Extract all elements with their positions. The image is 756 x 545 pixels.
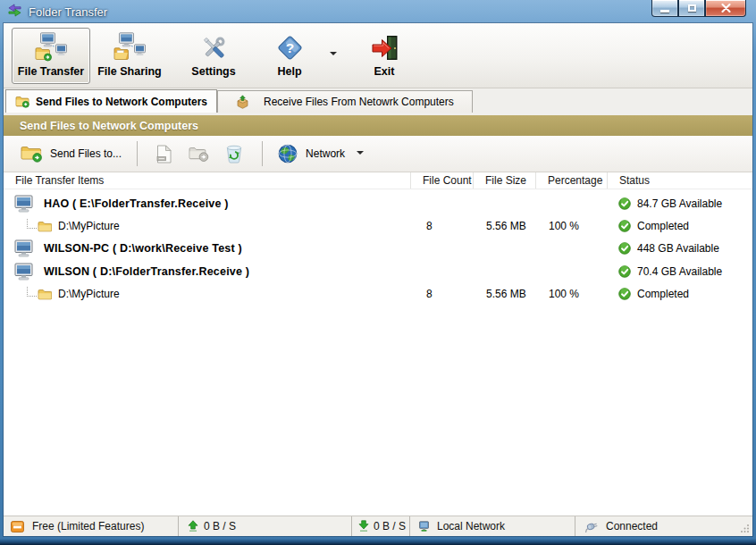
plug-icon xyxy=(584,521,599,532)
minimize-button[interactable] xyxy=(651,0,678,17)
table-row[interactable]: HAO ( E:\FolderTransfer.Receive ) 84.7 G… xyxy=(4,192,752,215)
local-network-section: Local Network xyxy=(410,516,575,536)
refresh-recycle-button[interactable] xyxy=(217,141,251,166)
app-window: Folder Transfer xyxy=(0,0,756,545)
network-globe-icon xyxy=(278,144,298,164)
toolbar-separator xyxy=(262,141,263,166)
file-transfer-icon xyxy=(35,32,67,62)
download-speed-section: 0 B / S xyxy=(352,516,410,536)
computer-name: WILSON ( D:\FolderTransfer.Receive ) xyxy=(44,265,249,278)
exit-button[interactable]: Exit xyxy=(355,28,414,84)
column-file-transfer-items[interactable]: File Transfer Items xyxy=(4,172,410,189)
file-sharing-label: File Sharing xyxy=(97,65,162,78)
file-count-value: 8 xyxy=(410,220,473,232)
maximize-button[interactable] xyxy=(678,0,705,17)
remove-file-icon xyxy=(156,145,172,164)
table-row[interactable]: D:\MyPicture 8 5.56 MB 100 % Completed xyxy=(4,215,752,237)
remove-file-button[interactable] xyxy=(148,142,181,166)
tab-send-files[interactable]: Send Files to Network Computers xyxy=(5,89,217,113)
check-icon xyxy=(618,197,631,210)
send-files-to-button[interactable]: Send Files to... xyxy=(16,143,126,165)
check-icon xyxy=(618,265,631,278)
computer-icon xyxy=(14,195,35,213)
percentage-value: 100 % xyxy=(535,288,607,300)
tab-send-label: Send Files to Network Computers xyxy=(36,96,207,108)
computer-name: WILSON-PC ( D:\work\Receive Test ) xyxy=(44,242,242,255)
titlebar: Folder Transfer xyxy=(0,0,756,23)
action-toolbar: Send Files to... xyxy=(4,136,752,172)
folder-path: D:\MyPicture xyxy=(58,288,120,300)
check-icon xyxy=(618,242,631,255)
close-icon xyxy=(721,4,731,13)
table-header: File Transfer Items File Count File Size… xyxy=(4,172,752,189)
file-sharing-button[interactable]: File Sharing xyxy=(90,28,169,84)
help-icon: ? xyxy=(276,34,304,62)
window-title: Folder Transfer xyxy=(29,5,107,19)
status-text: Completed xyxy=(637,288,689,300)
license-section: Free (Limited Features) xyxy=(4,516,179,536)
minimize-icon xyxy=(660,10,669,13)
file-size-value: 5.56 MB xyxy=(473,288,535,300)
window-bottom-edge xyxy=(0,539,756,545)
upload-speed-text: 0 B / S xyxy=(204,520,236,532)
network-caret-icon xyxy=(357,151,364,158)
folder-path: D:\MyPicture xyxy=(58,220,120,232)
tab-receive-files[interactable]: Receive Files From Netowrk Computers xyxy=(217,90,473,113)
exit-icon xyxy=(371,35,399,62)
check-icon xyxy=(618,288,631,300)
tab-receive-label: Receive Files From Netowrk Computers xyxy=(264,96,454,108)
tab-strip: Send Files to Network Computers Receive … xyxy=(4,88,752,113)
license-text: Free (Limited Features) xyxy=(32,520,144,532)
tree-connector xyxy=(27,287,37,297)
resize-grip[interactable] xyxy=(740,524,750,533)
close-button[interactable] xyxy=(705,0,746,17)
settings-button[interactable]: Settings xyxy=(178,28,249,84)
download-arrow-icon xyxy=(358,520,369,532)
section-header-label: Send Files to Network Computers xyxy=(20,120,198,132)
column-status[interactable]: Status xyxy=(607,172,752,189)
client-area: File Transfer Fi xyxy=(4,23,752,536)
connection-text: Connected xyxy=(606,520,658,532)
file-sharing-icon xyxy=(113,32,146,62)
connection-section: Connected xyxy=(575,516,752,536)
upload-speed-section: 0 B / S xyxy=(179,516,352,536)
settings-icon xyxy=(200,34,228,62)
section-header: Send Files to Network Computers xyxy=(4,115,752,136)
file-size-value: 5.56 MB xyxy=(473,220,535,232)
network-dropdown-button[interactable]: Network xyxy=(273,141,370,166)
toolbar-separator xyxy=(137,141,138,166)
column-percentage[interactable]: Percentage xyxy=(535,172,607,189)
column-file-size[interactable]: File Size xyxy=(473,172,535,189)
network-label: Network xyxy=(306,147,345,160)
status-text: Completed xyxy=(637,220,689,232)
folder-icon xyxy=(38,289,52,300)
send-folder-icon xyxy=(21,146,42,163)
upload-arrow-icon xyxy=(188,520,198,532)
help-button[interactable]: ? Help xyxy=(258,28,321,84)
table-row[interactable]: D:\MyPicture 8 5.56 MB 100 % Completed xyxy=(4,283,752,305)
settings-label: Settings xyxy=(191,65,235,78)
help-dropdown-caret[interactable] xyxy=(330,52,337,59)
computer-icon xyxy=(14,239,35,257)
tree-connector xyxy=(27,219,37,229)
check-icon xyxy=(618,220,631,232)
percentage-value: 100 % xyxy=(535,220,607,232)
download-speed-text: 0 B / S xyxy=(374,520,406,532)
maximize-icon xyxy=(688,4,696,12)
computer-icon xyxy=(14,263,35,281)
transfer-list: HAO ( E:\FolderTransfer.Receive ) 84.7 G… xyxy=(4,189,752,516)
folder-icon xyxy=(38,221,52,232)
file-count-value: 8 xyxy=(410,288,473,300)
table-row[interactable]: WILSON-PC ( D:\work\Receive Test ) 448 G… xyxy=(4,237,752,260)
status-text: 448 GB Available xyxy=(637,242,719,255)
recycle-icon xyxy=(225,144,243,164)
license-icon xyxy=(11,521,24,532)
file-transfer-button[interactable]: File Transfer xyxy=(12,28,90,84)
column-file-count[interactable]: File Count xyxy=(410,172,473,189)
open-folder-button[interactable] xyxy=(181,144,217,164)
computer-name: HAO ( E:\FolderTransfer.Receive ) xyxy=(44,197,229,210)
exit-label: Exit xyxy=(374,65,395,78)
file-transfer-label: File Transfer xyxy=(18,65,84,78)
folder-go-icon xyxy=(189,147,209,162)
table-row[interactable]: WILSON ( D:\FolderTransfer.Receive ) 70.… xyxy=(4,260,752,283)
